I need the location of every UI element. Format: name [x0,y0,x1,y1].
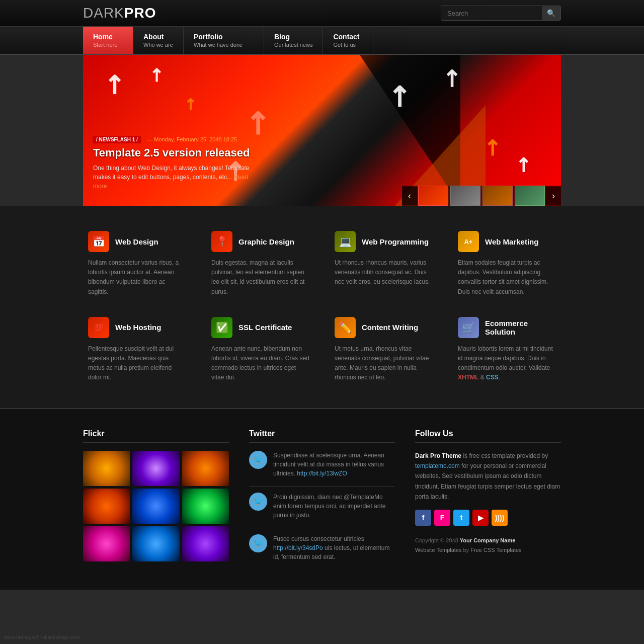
twitter-title: Twitter [249,429,395,443]
twitter-section: Twitter 🐦 Suspendisse at scelerisque urn… [249,429,395,570]
flickr-section: Flickr [83,429,229,570]
logo-bold: PRO [124,5,156,21]
flickr-thumb-4[interactable] [83,489,130,524]
web-design-icon: 📅 [88,231,109,252]
hero-arrow-1: ↗ [96,67,132,103]
web-design-text: Nullam consectetur varius risus, a lobor… [88,258,186,297]
services-section: 📅 Web Design Nullam consectetur varius r… [0,206,644,408]
search-bar: 🔍 [441,6,561,21]
web-marketing-text: Etiam sodales feugiat turpis ac dapibus.… [458,258,556,297]
tweet-3-link[interactable]: http://bit.ly/34sdPo [273,544,323,551]
graphic-design-text: Duis egestas, magna at iaculis pulvinar,… [211,258,309,297]
tweet-divider-1 [249,486,395,487]
slider-prev[interactable]: ‹ [402,187,417,205]
flickr-thumb-2[interactable] [132,451,179,486]
graphic-design-title: Graphic Design [238,237,294,246]
flickr-thumb-9[interactable] [182,526,229,561]
tweet-2: 🐦 Proin dignissim, diam nec @TemplateMo … [249,493,395,520]
slider-next[interactable]: › [546,187,561,205]
tweet-3: 🐦 Fusce cursus consectetur ultricies htt… [249,534,395,561]
tweet-1: 🐦 Suspendisse at scelerisque urna. Aenea… [249,451,395,478]
service-web-design: 📅 Web Design Nullam consectetur varius r… [83,226,191,302]
service-ssl: ✅ SSL Certificate Aenean ante nunc, bibe… [206,312,314,388]
web-design-title: Web Design [115,237,158,246]
ecommerce-text: Mauris lobortis lorem at mi tincidunt id… [458,344,556,383]
service-ecommerce-header: 🛒 Ecommerce Solution [458,317,556,338]
hero-arrow-2: ↗ [143,63,168,88]
copyright: Copyright © 2048 Your Company Name Websi… [415,536,561,554]
rss-icon[interactable]: )))) [492,510,508,526]
css-templates-link[interactable]: Free CSS Templates [470,547,521,553]
service-graphic-design: 📍 Graphic Design Duis egestas, magna at … [206,226,314,302]
twitter-bird-1: 🐦 [249,451,267,469]
ssl-title: SSL Certificate [238,323,292,332]
web-marketing-icon: A+ [458,231,479,252]
hero-content: / NEWSFLASH 1 / — Monday, February 25, 2… [93,134,254,191]
web-hosting-text: Pellentesque suscipit velit at dui egest… [88,344,186,383]
follow-title: Follow Us [415,429,561,443]
main-nav: Home Start here About Who we are Portfol… [0,27,644,55]
flickr-icon[interactable]: F [434,510,450,526]
twitter-icon[interactable]: t [453,510,469,526]
search-input[interactable] [441,7,542,20]
service-web-marketing: A+ Web Marketing Etiam sodales feugiat t… [453,226,561,302]
graphic-design-icon: 📍 [211,231,232,252]
flickr-title: Flickr [83,429,229,443]
hero-description: One thing about Web Design, it always ch… [93,164,254,191]
nav-about[interactable]: About Who we are [133,27,184,54]
service-ecommerce: 🛒 Ecommerce Solution Mauris lobortis lor… [453,312,561,388]
follow-description: Dark Pro Theme is free css template prov… [415,451,561,502]
watermark: www.heritagechristiancollege.com [4,634,80,640]
web-programming-icon: 💻 [335,231,356,252]
tweet-divider-2 [249,528,395,528]
header: DARKPRO 🔍 [0,0,644,27]
tweet-3-text: Fusce cursus consectetur ultricies http:… [273,534,395,561]
slider-navigation: ‹ › [402,186,561,206]
hero-slider: ↗ ↗ ↗ ↗ ↗ ↗ ↗ ↗ ↗ / NEWSFLASH 1 / — Mond… [83,55,561,206]
social-icons: f F t ▶ )))) [415,510,561,526]
web-hosting-title: Web Hosting [115,323,161,332]
templates-link[interactable]: Website Templates [415,547,462,553]
service-web-design-header: 📅 Web Design [88,231,186,252]
logo-light: DARK [83,5,124,21]
ecommerce-title: Ecommerce Solution [485,319,556,336]
service-web-programming: 💻 Web Programming Ut rhoncus rhoncus mau… [330,226,438,302]
follow-section: Follow Us Dark Pro Theme is free css tem… [415,429,561,570]
service-graphic-design-header: 📍 Graphic Design [211,231,309,252]
nav-home[interactable]: Home Start here [83,27,133,54]
footer: Flickr Twitter 🐦 Suspendisse at sceleris… [0,408,644,590]
logo: DARKPRO [83,5,156,21]
nav-blog[interactable]: Blog Our latest news [264,27,323,54]
slider-thumb-4[interactable] [515,186,545,206]
flickr-thumb-8[interactable] [132,526,179,561]
content-writing-text: Ut metus urna, rhoncus vitae venenatis c… [335,344,433,383]
nav-contact[interactable]: Contact Get to us [323,27,373,54]
hero-title: Template 2.5 version released [93,146,254,159]
youtube-icon[interactable]: ▶ [472,510,489,526]
slider-thumb-1[interactable] [418,186,448,206]
tweet-1-link[interactable]: http://bit.ly/13lwZO [297,470,347,477]
service-content-writing-header: ✏️ Content Writing [335,317,433,338]
flickr-thumb-3[interactable] [182,451,229,486]
slider-thumb-2[interactable] [450,186,480,206]
twitter-bird-3: 🐦 [249,534,267,552]
ssl-text: Aenean ante nunc, bibendum non lobortis … [211,344,309,383]
slider-thumb-3[interactable] [482,186,513,206]
flickr-thumb-5[interactable] [132,489,179,524]
web-marketing-title: Web Marketing [485,237,538,246]
web-programming-title: Web Programming [362,237,429,246]
service-web-prog-header: 💻 Web Programming [335,231,433,252]
nav-portfolio[interactable]: Portfolio What we have done [184,27,264,54]
service-web-hosting-header: 💯 Web Hosting [88,317,186,338]
search-button[interactable]: 🔍 [542,6,560,20]
flickr-thumb-1[interactable] [83,451,130,486]
tweet-1-text: Suspendisse at scelerisque urna. Aenean … [273,451,395,478]
facebook-icon[interactable]: f [415,510,431,526]
services-grid: 📅 Web Design Nullam consectetur varius r… [83,206,561,408]
flickr-thumb-6[interactable] [182,489,229,524]
hero-arrow-6: ↗ [509,151,536,178]
service-content-writing: ✏️ Content Writing Ut metus urna, rhoncu… [330,312,438,388]
flickr-thumb-7[interactable] [83,526,130,561]
hero-date: — Monday, February 25, 2048 18:25 [147,136,237,142]
templatemo-link[interactable]: templatemo.com [415,462,460,469]
